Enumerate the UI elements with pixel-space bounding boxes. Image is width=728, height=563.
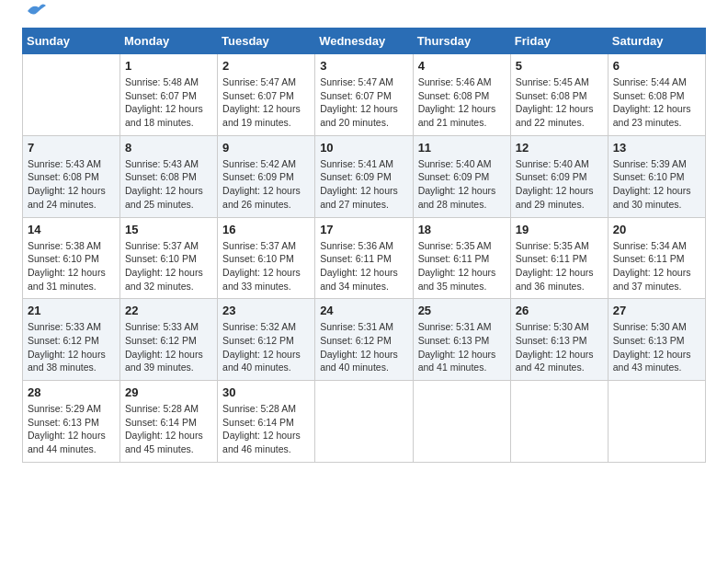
calendar-cell: 24Sunrise: 5:31 AMSunset: 6:12 PMDayligh…	[315, 299, 413, 381]
calendar-week-row: 14Sunrise: 5:38 AMSunset: 6:10 PMDayligh…	[23, 217, 706, 299]
day-number: 4	[418, 59, 506, 73]
day-number: 12	[516, 141, 603, 155]
weekday-header-tuesday: Tuesday	[218, 29, 315, 54]
day-info: Sunrise: 5:37 AMSunset: 6:10 PMDaylight:…	[222, 239, 310, 293]
calendar-cell: 28Sunrise: 5:29 AMSunset: 6:13 PMDayligh…	[23, 381, 120, 463]
day-info: Sunrise: 5:40 AMSunset: 6:09 PMDaylight:…	[516, 157, 603, 212]
calendar-cell	[315, 381, 413, 463]
calendar-cell: 6Sunrise: 5:44 AMSunset: 6:08 PMDaylight…	[608, 54, 705, 136]
calendar-cell: 10Sunrise: 5:41 AMSunset: 6:09 PMDayligh…	[315, 135, 413, 217]
calendar-cell	[23, 54, 120, 136]
day-info: Sunrise: 5:33 AMSunset: 6:12 PMDaylight:…	[28, 320, 115, 374]
day-info: Sunrise: 5:44 AMSunset: 6:08 PMDaylight:…	[613, 75, 700, 130]
day-info: Sunrise: 5:30 AMSunset: 6:13 PMDaylight:…	[613, 320, 700, 374]
calendar-cell: 5Sunrise: 5:45 AMSunset: 6:08 PMDaylight…	[510, 54, 608, 136]
day-number: 25	[418, 304, 506, 317]
day-number: 26	[516, 304, 603, 317]
calendar-cell: 17Sunrise: 5:36 AMSunset: 6:11 PMDayligh…	[315, 217, 413, 299]
calendar-cell: 16Sunrise: 5:37 AMSunset: 6:10 PMDayligh…	[218, 217, 315, 299]
weekday-header-sunday: Sunday	[23, 29, 120, 54]
day-number: 17	[320, 223, 407, 236]
day-info: Sunrise: 5:28 AMSunset: 6:14 PMDaylight:…	[222, 402, 310, 456]
calendar-cell: 20Sunrise: 5:34 AMSunset: 6:11 PMDayligh…	[608, 217, 705, 299]
day-info: Sunrise: 5:40 AMSunset: 6:09 PMDaylight:…	[418, 157, 506, 212]
calendar-cell: 25Sunrise: 5:31 AMSunset: 6:13 PMDayligh…	[413, 299, 510, 381]
day-info: Sunrise: 5:31 AMSunset: 6:13 PMDaylight:…	[418, 320, 506, 374]
calendar-cell: 18Sunrise: 5:35 AMSunset: 6:11 PMDayligh…	[413, 217, 510, 299]
day-number: 14	[28, 223, 115, 236]
day-number: 23	[222, 304, 310, 317]
logo-bird-icon	[26, 2, 46, 20]
day-number: 10	[320, 141, 407, 155]
calendar-cell: 19Sunrise: 5:35 AMSunset: 6:11 PMDayligh…	[510, 217, 608, 299]
day-number: 15	[125, 223, 212, 236]
calendar-cell: 9Sunrise: 5:42 AMSunset: 6:09 PMDaylight…	[218, 135, 315, 217]
day-number: 21	[28, 304, 115, 317]
day-number: 7	[28, 141, 115, 155]
calendar-cell: 21Sunrise: 5:33 AMSunset: 6:12 PMDayligh…	[23, 299, 120, 381]
calendar-cell: 22Sunrise: 5:33 AMSunset: 6:12 PMDayligh…	[120, 299, 218, 381]
day-number: 30	[222, 385, 310, 399]
weekday-header-monday: Monday	[120, 29, 218, 54]
day-number: 22	[125, 304, 212, 317]
calendar-cell: 7Sunrise: 5:43 AMSunset: 6:08 PMDaylight…	[23, 135, 120, 217]
day-number: 29	[125, 385, 212, 399]
day-number: 8	[125, 141, 212, 155]
day-number: 13	[613, 141, 700, 155]
day-info: Sunrise: 5:42 AMSunset: 6:09 PMDaylight:…	[222, 157, 310, 212]
weekday-header-row: SundayMondayTuesdayWednesdayThursdayFrid…	[23, 29, 706, 54]
day-info: Sunrise: 5:47 AMSunset: 6:07 PMDaylight:…	[320, 75, 407, 130]
calendar-cell: 8Sunrise: 5:43 AMSunset: 6:08 PMDaylight…	[120, 135, 218, 217]
day-info: Sunrise: 5:46 AMSunset: 6:08 PMDaylight:…	[418, 75, 506, 130]
calendar-cell: 11Sunrise: 5:40 AMSunset: 6:09 PMDayligh…	[413, 135, 510, 217]
calendar-week-row: 7Sunrise: 5:43 AMSunset: 6:08 PMDaylight…	[23, 135, 706, 217]
day-info: Sunrise: 5:36 AMSunset: 6:11 PMDaylight:…	[320, 239, 407, 293]
day-info: Sunrise: 5:28 AMSunset: 6:14 PMDaylight:…	[125, 402, 212, 456]
day-info: Sunrise: 5:37 AMSunset: 6:10 PMDaylight:…	[125, 239, 212, 293]
calendar-cell	[510, 381, 608, 463]
day-number: 27	[613, 304, 700, 317]
calendar-cell: 23Sunrise: 5:32 AMSunset: 6:12 PMDayligh…	[218, 299, 315, 381]
calendar-table: SundayMondayTuesdayWednesdayThursdayFrid…	[22, 28, 706, 463]
calendar-cell: 30Sunrise: 5:28 AMSunset: 6:14 PMDayligh…	[218, 381, 315, 463]
day-number: 28	[28, 385, 115, 399]
calendar-cell: 4Sunrise: 5:46 AMSunset: 6:08 PMDaylight…	[413, 54, 510, 136]
page-header	[22, 18, 706, 20]
day-number: 11	[418, 141, 506, 155]
day-number: 19	[516, 223, 603, 236]
calendar-cell: 29Sunrise: 5:28 AMSunset: 6:14 PMDayligh…	[120, 381, 218, 463]
day-info: Sunrise: 5:38 AMSunset: 6:10 PMDaylight:…	[28, 239, 115, 293]
calendar-cell: 15Sunrise: 5:37 AMSunset: 6:10 PMDayligh…	[120, 217, 218, 299]
day-info: Sunrise: 5:33 AMSunset: 6:12 PMDaylight:…	[125, 320, 212, 374]
day-info: Sunrise: 5:31 AMSunset: 6:12 PMDaylight:…	[320, 320, 407, 374]
calendar-cell: 12Sunrise: 5:40 AMSunset: 6:09 PMDayligh…	[510, 135, 608, 217]
day-info: Sunrise: 5:32 AMSunset: 6:12 PMDaylight:…	[222, 320, 310, 374]
calendar-cell: 2Sunrise: 5:47 AMSunset: 6:07 PMDaylight…	[218, 54, 315, 136]
calendar-week-row: 1Sunrise: 5:48 AMSunset: 6:07 PMDaylight…	[23, 54, 706, 136]
calendar-cell	[608, 381, 705, 463]
day-number: 5	[516, 59, 603, 73]
day-number: 18	[418, 223, 506, 236]
day-info: Sunrise: 5:35 AMSunset: 6:11 PMDaylight:…	[418, 239, 506, 293]
day-info: Sunrise: 5:39 AMSunset: 6:10 PMDaylight:…	[613, 157, 700, 212]
day-number: 1	[125, 59, 212, 73]
calendar-week-row: 21Sunrise: 5:33 AMSunset: 6:12 PMDayligh…	[23, 299, 706, 381]
day-number: 9	[222, 141, 310, 155]
logo	[22, 18, 46, 20]
day-info: Sunrise: 5:45 AMSunset: 6:08 PMDaylight:…	[516, 75, 603, 130]
day-info: Sunrise: 5:29 AMSunset: 6:13 PMDaylight:…	[28, 402, 115, 456]
day-number: 16	[222, 223, 310, 236]
weekday-header-wednesday: Wednesday	[315, 29, 413, 54]
day-number: 20	[613, 223, 700, 236]
day-number: 3	[320, 59, 407, 73]
day-info: Sunrise: 5:34 AMSunset: 6:11 PMDaylight:…	[613, 239, 700, 293]
day-info: Sunrise: 5:35 AMSunset: 6:11 PMDaylight:…	[516, 239, 603, 293]
day-number: 2	[222, 59, 310, 73]
calendar-cell: 3Sunrise: 5:47 AMSunset: 6:07 PMDaylight…	[315, 54, 413, 136]
calendar-week-row: 28Sunrise: 5:29 AMSunset: 6:13 PMDayligh…	[23, 381, 706, 463]
calendar-cell: 1Sunrise: 5:48 AMSunset: 6:07 PMDaylight…	[120, 54, 218, 136]
day-info: Sunrise: 5:47 AMSunset: 6:07 PMDaylight:…	[222, 75, 310, 130]
day-info: Sunrise: 5:30 AMSunset: 6:13 PMDaylight:…	[516, 320, 603, 374]
weekday-header-thursday: Thursday	[413, 29, 510, 54]
day-info: Sunrise: 5:43 AMSunset: 6:08 PMDaylight:…	[28, 157, 115, 212]
